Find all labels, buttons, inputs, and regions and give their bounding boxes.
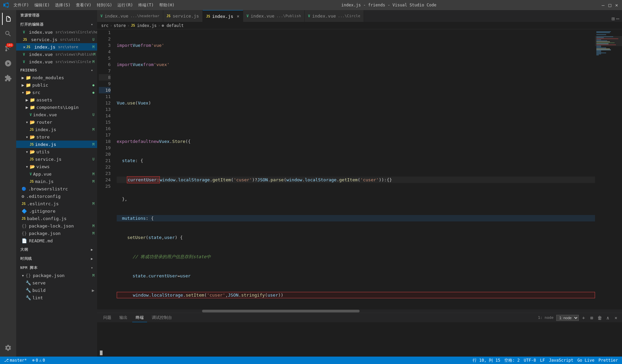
open-editor-item[interactable]: V index.vue src\views\Circle\he... U (16, 28, 97, 36)
breadcrumb-store[interactable]: store (114, 23, 126, 28)
tab-index-vue-publish[interactable]: V index.vue ...\Publish (243, 10, 305, 22)
tree-router[interactable]: ▾ 📂 router (16, 118, 97, 126)
tree-assets[interactable]: ▶ 📁 assets (16, 96, 97, 103)
panel-tab-output[interactable]: 输出 (116, 313, 131, 322)
tree-login-index-vue[interactable]: V index.vue U (16, 111, 97, 118)
open-editor-item[interactable]: V index.vue src\views\Publish M (16, 51, 97, 58)
tree-readme[interactable]: 📄 README.md (16, 237, 97, 244)
tree-src[interactable]: ▾ 📂 src ● (16, 89, 97, 96)
menu-edit[interactable]: 编辑(E) (32, 2, 52, 9)
terminal-content[interactable] (97, 323, 622, 357)
npm-script-serve[interactable]: 🔧 serve (16, 279, 97, 286)
split-terminal-button[interactable]: ⊞ (588, 314, 595, 321)
status-encoding[interactable]: UTF-8 (522, 357, 537, 364)
kill-terminal-button[interactable]: 🗑 (596, 314, 603, 321)
status-eol[interactable]: LF (539, 357, 546, 364)
status-branch[interactable]: ⎇ master* (3, 357, 28, 364)
status-prettier[interactable]: Prettier (597, 357, 619, 364)
npm-script-name: serve (32, 280, 46, 285)
tree-store-index-js[interactable]: JS index.js M (16, 141, 97, 148)
status-spaces[interactable]: 空格: 2 (503, 357, 521, 364)
timeline-header[interactable]: 时间线 ▶ (16, 253, 97, 263)
menu-run[interactable]: 运行(R) (115, 2, 135, 9)
tree-browserslistrc[interactable]: 🔵 .browserslistrc (16, 185, 97, 192)
tab-index-js-active[interactable]: JS index.js × (203, 10, 243, 22)
tab-close-button[interactable]: × (237, 13, 239, 19)
terminal-select[interactable]: 1: node (556, 315, 579, 321)
open-editors-header[interactable]: 打开的编辑器 ▾ (16, 19, 97, 28)
menu-view[interactable]: 查看(V) (74, 2, 93, 9)
status-line-col[interactable]: 行 10, 列 15 (471, 357, 502, 364)
open-editor-item-active[interactable]: ✕ JS index.js src\store M (16, 43, 97, 51)
maximize-button[interactable]: □ (608, 3, 612, 7)
friends-project-header[interactable]: FRIENDS ▾ (16, 65, 97, 74)
panel-tab-terminal[interactable]: 终端 (132, 313, 147, 322)
menu-select[interactable]: 选择(S) (53, 2, 73, 9)
panel-tab-problems[interactable]: 问题 (100, 313, 115, 322)
activity-explorer[interactable] (2, 13, 14, 25)
horizontal-scrollbar[interactable] (97, 309, 622, 313)
npm-script-lint[interactable]: 🔧 lint (16, 294, 97, 301)
open-editor-name: index.vue (29, 30, 53, 35)
tree-utils[interactable]: ▾ 📂 utils (16, 148, 97, 155)
menu-goto[interactable]: 转到(G) (95, 2, 114, 9)
tab-label: index.vue (105, 13, 128, 19)
new-terminal-button[interactable]: + (580, 314, 587, 321)
menu-bar[interactable]: 文件(F) 编辑(E) 选择(S) 查看(V) 转到(G) 运行(R) 终端(T… (11, 2, 177, 9)
tree-eslintrc[interactable]: JS .eslintrc.js M (16, 200, 97, 207)
menu-terminal[interactable]: 终端(T) (136, 2, 156, 9)
file-name: package-lock.json (29, 223, 74, 229)
npm-package-json[interactable]: ▾ {} package.json M (16, 272, 97, 279)
code-content[interactable]: import Vue from 'vue' import Vuex from '… (114, 29, 595, 309)
tree-babel-config[interactable]: JS babel.config.js (16, 215, 97, 222)
tree-views[interactable]: ▾ 📂 views (16, 163, 97, 170)
tree-app-vue[interactable]: V App.vue M (16, 170, 97, 178)
tree-components[interactable]: ▶ 📁 components\Login (16, 103, 97, 111)
scroll-thumb[interactable] (202, 310, 360, 312)
tree-main-js[interactable]: JS main.js M (16, 178, 97, 185)
tree-store[interactable]: ▾ 📂 store (16, 133, 97, 141)
tab-index-vue-circle[interactable]: V index.vue ...\Circle (305, 10, 364, 22)
close-button[interactable]: ✕ (615, 3, 619, 7)
tab-index-vue-header[interactable]: V index.vue ...\headerbar (97, 10, 163, 22)
split-editor-button[interactable]: ⊞ (612, 16, 615, 22)
open-editor-item[interactable]: JS service.js src\utils U (16, 36, 97, 43)
open-editor-item[interactable]: V index.vue src\views\Circle M (16, 58, 97, 65)
outline-header[interactable]: 大纲 ▶ (16, 244, 97, 253)
panel-chevron-up[interactable]: ∧ (604, 314, 611, 321)
breadcrumb-src[interactable]: src (101, 23, 109, 28)
panel-tab-debug-console[interactable]: 调试控制台 (148, 313, 175, 322)
settings-icon-container[interactable] (2, 342, 14, 354)
tree-package-json[interactable]: {} package.json M (16, 230, 97, 237)
npm-header[interactable]: NPM 脚本 ▾ (16, 263, 97, 272)
window-controls[interactable]: — □ ✕ (601, 3, 619, 7)
breadcrumb-file[interactable]: index.js (137, 23, 157, 28)
tree-node-modules[interactable]: ▶ 📁 node_modules (16, 74, 97, 81)
panel-close-button[interactable]: × (613, 314, 619, 321)
close-icon-x[interactable]: ✕ (23, 44, 26, 50)
status-errors[interactable]: ⊗ 0 ⚠ 0 (31, 357, 47, 364)
breadcrumb-symbol[interactable]: ⊕ default (162, 23, 183, 28)
npm-script-build[interactable]: 🔧 build ▶ (16, 286, 97, 294)
activity-settings[interactable] (2, 342, 14, 354)
tree-router-index-js[interactable]: JS index.js M (16, 126, 97, 133)
menu-help[interactable]: 帮助(H) (157, 2, 177, 9)
minimize-button[interactable]: — (601, 3, 605, 7)
more-actions-button[interactable]: ⋯ (616, 16, 619, 22)
status-language[interactable]: JavaScript (547, 357, 574, 364)
activity-git[interactable]: 103 (2, 42, 14, 55)
tab-service-js[interactable]: JS service.js (163, 10, 203, 22)
tree-editorconfig[interactable]: ⚙ .editorconfig (16, 192, 97, 200)
tree-gitignore[interactable]: 🔷 .gitignore (16, 207, 97, 215)
code-editor[interactable]: 1 2 3 4 5 6 7 8 9 10 11 12 13 14 15 16 1 (97, 29, 595, 309)
tree-package-lock-json[interactable]: {} package-lock.json M (16, 222, 97, 230)
status-golive[interactable]: Go Live (576, 357, 596, 364)
tree-utils-service-js[interactable]: JS service.js U (16, 155, 97, 163)
menu-file[interactable]: 文件(F) (11, 2, 31, 9)
git-branch-label: master* (10, 358, 27, 363)
tree-public[interactable]: ▶ 📁 public ● (16, 81, 97, 89)
run-script-button[interactable]: ▶ (92, 288, 94, 293)
activity-search[interactable] (2, 28, 14, 40)
activity-debug[interactable] (2, 57, 14, 69)
activity-extensions[interactable] (2, 72, 14, 84)
